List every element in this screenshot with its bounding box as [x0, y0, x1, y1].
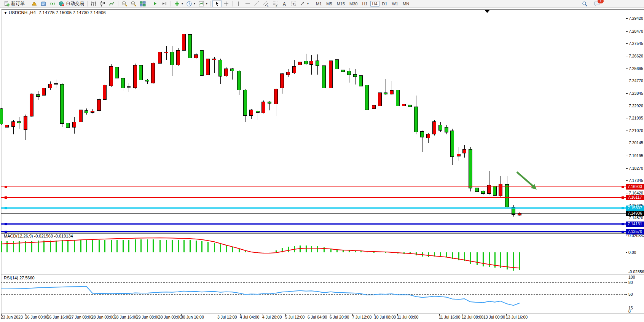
- line-handle[interactable]: [622, 207, 624, 209]
- timeframe-button-M5[interactable]: M5: [324, 1, 334, 7]
- templates-button[interactable]: ▾: [197, 0, 209, 7]
- search-button[interactable]: [580, 0, 589, 7]
- line-handle[interactable]: [5, 231, 7, 233]
- time-tick-label: 11 Jul 16:00: [439, 315, 461, 319]
- market-watch-icon: [31, 1, 37, 7]
- data-window-button[interactable]: [39, 0, 48, 7]
- candle-body: [115, 67, 119, 78]
- candle-body: [54, 84, 58, 84]
- text-tool-button[interactable]: A: [280, 0, 289, 7]
- candle-body: [451, 131, 454, 156]
- candle-body: [354, 75, 357, 77]
- rsi-tick-label: 0: [628, 309, 631, 314]
- bar-chart-icon: [91, 1, 97, 7]
- auto-trading-label: 自动交易: [66, 0, 84, 7]
- timeframe-button-W1[interactable]: W1: [390, 1, 400, 7]
- timeframe-button-M30[interactable]: M30: [348, 1, 359, 7]
- timeframe-button-M15[interactable]: M15: [335, 1, 347, 7]
- toolbar-separator: [28, 1, 28, 6]
- arrows-tool-button[interactable]: ▾: [298, 0, 310, 7]
- macd-tick-label: -0.023565: [628, 269, 644, 274]
- fibonacci-tool-button[interactable]: F: [271, 0, 280, 7]
- line-handle[interactable]: [5, 196, 7, 199]
- candle-body: [457, 154, 461, 156]
- time-tick-label: 4 Jul 20:00: [262, 315, 282, 319]
- periods-button[interactable]: ▾: [185, 0, 197, 7]
- data-window-icon: [40, 1, 46, 7]
- auto-scroll-button[interactable]: [151, 0, 160, 7]
- line-handle[interactable]: [622, 196, 624, 199]
- channel-tool-button[interactable]: E: [261, 0, 271, 7]
- horizontal-line-tool-button[interactable]: [243, 0, 252, 7]
- cursor-tool-button[interactable]: [212, 0, 222, 7]
- zoom-out-button[interactable]: [129, 0, 138, 7]
- candle-body: [268, 102, 271, 103]
- candle-body: [30, 94, 33, 116]
- price-tick-label: 7.20145: [629, 140, 643, 145]
- vertical-line-tool-button[interactable]: [234, 0, 243, 7]
- line-handle[interactable]: [622, 231, 624, 233]
- line-handle[interactable]: [5, 207, 7, 209]
- candle-body: [463, 149, 466, 153]
- candle-body: [225, 69, 228, 76]
- candle-body: [365, 85, 369, 110]
- timeframe-button-H1[interactable]: H1: [360, 1, 369, 7]
- svg-text:F: F: [276, 5, 277, 7]
- crosshair-icon: [223, 1, 229, 7]
- auto-trading-button[interactable]: 自动交易: [57, 0, 86, 7]
- chart-shift-marker[interactable]: [485, 10, 489, 13]
- candle-body: [139, 65, 143, 80]
- line-handle[interactable]: [622, 186, 624, 188]
- symbol-dropdown-icon[interactable]: ▼: [4, 11, 7, 15]
- line-handle[interactable]: [5, 223, 7, 225]
- signals-button[interactable]: [48, 0, 57, 7]
- notification-badge: 1: [598, 0, 604, 3]
- timeframe-button-M1[interactable]: M1: [314, 1, 324, 7]
- tile-windows-button[interactable]: [138, 0, 147, 7]
- timeframe-button-MN[interactable]: MN: [401, 1, 411, 7]
- line-chart-button[interactable]: [107, 0, 116, 7]
- toolbar-right-group: 1: [580, 0, 601, 7]
- price-tick-label: 7.17345: [629, 178, 643, 183]
- line-handle[interactable]: [5, 186, 7, 188]
- crosshair-tool-button[interactable]: [222, 0, 231, 7]
- candle-body: [177, 50, 180, 65]
- candle-body: [274, 89, 278, 104]
- market-watch-button[interactable]: [30, 0, 39, 7]
- price-tick-label: 7.21070: [629, 128, 643, 133]
- community-chat-button[interactable]: 1: [592, 0, 601, 7]
- rsi-line: [1, 287, 520, 306]
- candle-body: [298, 62, 302, 65]
- annotation-arrow[interactable]: [517, 172, 534, 187]
- chart-shift-button[interactable]: [160, 0, 169, 7]
- new-order-button[interactable]: 新订单: [2, 0, 26, 7]
- candle-body: [103, 85, 107, 99]
- candle-body: [79, 110, 83, 122]
- svg-text:T: T: [293, 2, 295, 6]
- candlestick-chart-button[interactable]: [98, 0, 107, 7]
- text-label-tool-button[interactable]: T: [289, 0, 298, 7]
- candle-body: [134, 65, 137, 88]
- toolbar-separator: [118, 1, 118, 6]
- bar-chart-button[interactable]: [89, 0, 98, 7]
- candle-body: [194, 54, 198, 58]
- candle-body: [256, 111, 260, 112]
- candle-body: [499, 184, 502, 196]
- indicators-button[interactable]: ▾: [172, 0, 185, 7]
- time-tick-label: 6 Jul 04:00: [308, 315, 327, 319]
- candle-body: [42, 88, 46, 96]
- time-tick-label: 6 Jul 20:00: [330, 315, 349, 319]
- time-tick-label: 30 Jun 00:00: [158, 315, 182, 319]
- price-tick-label: 7.14570: [629, 215, 643, 220]
- candle-body: [293, 66, 296, 73]
- line-handle[interactable]: [622, 223, 624, 225]
- trendline-tool-button[interactable]: [252, 0, 261, 7]
- equidistant-channel-icon: E: [263, 1, 269, 7]
- candle-body: [329, 61, 333, 88]
- candle-body: [372, 105, 376, 109]
- chart-canvas[interactable]: 7.294207.284707.275457.266207.256957.247…: [0, 0, 644, 322]
- zoom-in-button[interactable]: [120, 0, 129, 7]
- candle-body: [390, 91, 394, 94]
- timeframe-button-D1[interactable]: D1: [380, 1, 389, 7]
- timeframe-button-H4[interactable]: H4: [370, 1, 379, 7]
